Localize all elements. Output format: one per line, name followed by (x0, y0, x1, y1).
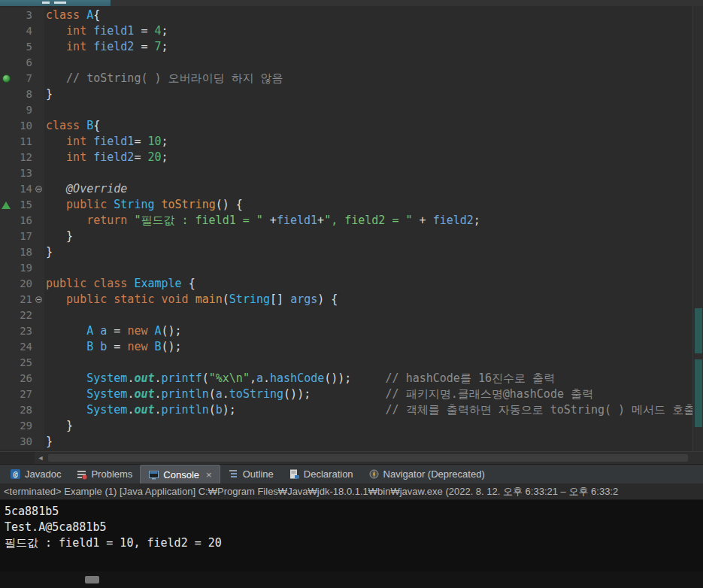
folding-ruler-cell[interactable] (34, 134, 44, 150)
folding-ruler-cell[interactable] (34, 197, 44, 213)
fold-collapse-icon[interactable] (35, 296, 42, 303)
marker-ruler-cell[interactable] (0, 244, 14, 260)
code-text[interactable]: public static void main(String[] args) { (44, 292, 703, 308)
code-text[interactable]: @Override (44, 181, 703, 197)
line-number[interactable]: 26 (14, 371, 34, 386)
code-text[interactable]: } (44, 86, 703, 102)
code-line-10[interactable]: 10class B{ (0, 118, 703, 134)
code-text[interactable] (44, 165, 703, 181)
marker-ruler-cell[interactable] (0, 339, 14, 355)
code-line-24[interactable]: 24 B b = new B(); (0, 339, 703, 355)
code-text[interactable]: int field1= 10; (44, 134, 703, 150)
code-line-5[interactable]: 5 int field2 = 7; (0, 39, 703, 55)
marker-ruler-cell[interactable] (0, 165, 14, 181)
folding-ruler-cell[interactable] (34, 260, 44, 276)
code-line-4[interactable]: 4 int field1 = 4; (0, 23, 703, 39)
folding-ruler-cell[interactable] (34, 39, 44, 55)
line-number[interactable]: 8 (14, 86, 34, 102)
folding-ruler-cell[interactable] (34, 308, 44, 323)
folding-ruler-cell[interactable] (34, 213, 44, 229)
folding-ruler-cell[interactable] (34, 355, 44, 371)
code-line-12[interactable]: 12 int field2= 20; (0, 150, 703, 165)
code-line-27[interactable]: 27 System.out.println(a.toString()); // … (0, 386, 703, 402)
code-text[interactable] (44, 102, 703, 118)
folding-ruler-cell[interactable] (34, 23, 44, 39)
marker-ruler-cell[interactable] (0, 229, 14, 244)
code-line-17[interactable]: 17 } (0, 229, 703, 244)
code-text[interactable]: A a = new A(); (44, 323, 703, 339)
code-line-13[interactable]: 13 (0, 165, 703, 181)
code-line-16[interactable]: 16 return "필드값 : field1 = " +field1+", f… (0, 213, 703, 229)
folding-ruler-cell[interactable] (34, 71, 44, 86)
line-number[interactable]: 27 (14, 386, 34, 402)
line-number[interactable]: 18 (14, 244, 34, 260)
code-text[interactable]: System.out.printf("%x\n",a.hashCode()); … (44, 371, 703, 386)
code-text[interactable]: } (44, 229, 703, 244)
marker-ruler-cell[interactable] (0, 292, 14, 308)
code-line-23[interactable]: 23 A a = new A(); (0, 323, 703, 339)
scroll-left-arrow-icon[interactable]: ◄ (35, 452, 47, 464)
close-icon[interactable]: × (206, 469, 212, 480)
line-number[interactable]: 9 (14, 102, 34, 118)
code-line-3[interactable]: 3class A{ (0, 8, 703, 23)
code-text[interactable] (44, 260, 703, 276)
line-number[interactable]: 25 (14, 355, 34, 371)
marker-ruler-cell[interactable] (0, 181, 14, 197)
code-line-25[interactable]: 25 (0, 355, 703, 371)
line-number[interactable]: 22 (14, 308, 34, 323)
line-number[interactable]: 23 (14, 323, 34, 339)
line-number[interactable]: 29 (14, 418, 34, 434)
console-horizontal-scrollbar[interactable] (0, 571, 703, 588)
code-line-26[interactable]: 26 System.out.printf("%x\n",a.hashCode()… (0, 371, 703, 386)
code-line-7[interactable]: 7 // toString( ) 오버라이딩 하지 않음 (0, 71, 703, 86)
marker-ruler-cell[interactable] (0, 213, 14, 229)
line-number[interactable]: 15 (14, 197, 34, 213)
code-line-29[interactable]: 29 } (0, 418, 703, 434)
editor-horizontal-scrollbar[interactable]: ◄ (0, 451, 703, 464)
line-number[interactable]: 24 (14, 339, 34, 355)
tab-declaration[interactable]: Declaration (281, 465, 361, 483)
code-text[interactable] (44, 355, 703, 371)
tab-javadoc[interactable]: @Javadoc (2, 465, 68, 483)
folding-ruler-cell[interactable] (34, 244, 44, 260)
folding-ruler-cell[interactable] (34, 371, 44, 386)
folding-ruler-cell[interactable] (34, 292, 44, 308)
folding-ruler-cell[interactable] (34, 323, 44, 339)
line-number[interactable]: 4 (14, 23, 34, 39)
marker-ruler-cell[interactable] (0, 102, 14, 118)
code-line-18[interactable]: 18} (0, 244, 703, 260)
code-line-15[interactable]: 15 public String toString() { (0, 197, 703, 213)
marker-ruler-cell[interactable] (0, 276, 14, 292)
code-text[interactable]: class A{ (44, 8, 703, 23)
code-text[interactable]: int field1 = 4; (44, 23, 703, 39)
code-line-30[interactable]: 30} (0, 434, 703, 450)
line-number[interactable]: 3 (14, 8, 34, 23)
line-number[interactable]: 17 (14, 229, 34, 244)
folding-ruler-cell[interactable] (34, 8, 44, 23)
line-number[interactable]: 7 (14, 71, 34, 86)
marker-ruler-cell[interactable] (0, 434, 14, 450)
breakpoint-icon[interactable] (2, 74, 11, 83)
folding-ruler-cell[interactable] (34, 418, 44, 434)
folding-ruler-cell[interactable] (34, 339, 44, 355)
folding-ruler-cell[interactable] (34, 434, 44, 450)
marker-ruler-cell[interactable] (0, 86, 14, 102)
line-number[interactable]: 6 (14, 55, 34, 71)
marker-ruler-cell[interactable] (0, 402, 14, 418)
marker-ruler-cell[interactable] (0, 23, 14, 39)
marker-ruler-cell[interactable] (0, 197, 14, 213)
marker-ruler-cell[interactable] (0, 55, 14, 71)
code-text[interactable]: } (44, 434, 703, 450)
scrollbar-thumb[interactable] (85, 576, 99, 583)
folding-ruler-cell[interactable] (34, 181, 44, 197)
marker-ruler-cell[interactable] (0, 418, 14, 434)
line-number[interactable]: 21 (14, 292, 34, 308)
line-number[interactable]: 16 (14, 213, 34, 229)
tab-navigator-deprecated[interactable]: Navigator (Deprecated) (361, 465, 492, 483)
folding-ruler-cell[interactable] (34, 150, 44, 165)
folding-ruler-cell[interactable] (34, 55, 44, 71)
line-number[interactable]: 12 (14, 150, 34, 165)
marker-ruler-cell[interactable] (0, 134, 14, 150)
line-number[interactable]: 30 (14, 434, 34, 450)
code-text[interactable] (44, 55, 703, 71)
